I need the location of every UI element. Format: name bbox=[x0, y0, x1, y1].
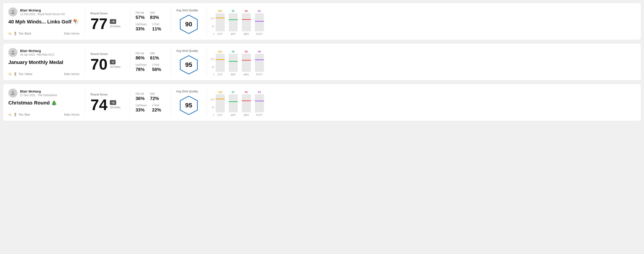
chart-col-value-3: 93 bbox=[258, 91, 261, 94]
chart-bar-2 bbox=[242, 94, 251, 112]
chart-bar-3 bbox=[255, 94, 264, 112]
one-putt-label: 1 Putt bbox=[152, 23, 161, 26]
round-card-round1[interactable]: Blair McHarg 12 Feb 2022 · Royal North D… bbox=[3, 3, 641, 40]
chart-bar-0 bbox=[216, 94, 225, 112]
user-name: Blair McHarg bbox=[20, 8, 65, 12]
stats-row-top: FW Hit 86% GIR 61% bbox=[136, 52, 165, 61]
chart-col-app: 86 APP bbox=[229, 50, 238, 76]
score-row: 70 -2 18 Holes bbox=[90, 57, 124, 72]
fw-hit-label: FW Hit bbox=[136, 11, 144, 14]
chart-col-value-2: 95 bbox=[245, 91, 248, 94]
user-info: Blair McHarg 27 Dec 2021 · The Oxfordshi… bbox=[8, 89, 80, 98]
gir-label: GIR bbox=[150, 52, 159, 55]
chart-bar-2 bbox=[242, 54, 251, 72]
user-info: Blair McHarg 29 Jan 2022 · Mill Ride GCC bbox=[8, 48, 80, 57]
stats-row-bottom: Up/Down 78% 1 Putt 56% bbox=[136, 63, 165, 72]
chart-col-value-0: 101 bbox=[218, 50, 222, 53]
score-section-round1: Round Score 77 +5 18 Holes bbox=[85, 7, 130, 35]
fw-hit-value: 57% bbox=[136, 15, 144, 20]
chart-x-label-3: PUTT bbox=[256, 114, 262, 117]
y-label-50: 50 bbox=[210, 106, 214, 109]
chart-col-value-1: 87 bbox=[232, 91, 234, 94]
chart-x-label-2: ARG bbox=[244, 114, 249, 117]
gir-label: GIR bbox=[150, 11, 159, 14]
stat-updown: Up/Down 78% bbox=[136, 63, 146, 72]
chart-x-label-0: OTT bbox=[218, 114, 223, 117]
weather-icon: ⛅ bbox=[8, 32, 12, 35]
chart-col-arg: 95 ARG bbox=[242, 91, 251, 117]
user-name: Blair McHarg bbox=[20, 49, 54, 53]
chart-col-app: 87 APP bbox=[229, 91, 238, 117]
chart-x-label-1: APP bbox=[231, 114, 236, 117]
quality-section-round3: Avg Shot Quality 95 bbox=[171, 89, 207, 117]
chart-col-value-1: 86 bbox=[232, 50, 234, 53]
gir-label: GIR bbox=[150, 92, 159, 96]
tee-label: Tee: Yellow bbox=[19, 73, 32, 76]
card-left-round3: Blair McHarg 27 Dec 2021 · The Oxfordshi… bbox=[8, 89, 85, 117]
chart-bar-1 bbox=[229, 13, 238, 31]
hexagon-value: 90 bbox=[185, 21, 192, 28]
data-source: Data: Arccos bbox=[64, 113, 80, 116]
score-badge: +2 bbox=[110, 100, 116, 105]
stats-section-round2: FW Hit 86% GIR 61% Up/Down 78% 1 Putt 56… bbox=[130, 48, 171, 76]
stat-gir: GIR 83% bbox=[150, 11, 159, 20]
user-details: Blair McHarg 27 Dec 2021 · The Oxfordshi… bbox=[20, 89, 57, 97]
chart-bar-1 bbox=[229, 54, 238, 72]
tee-label: Tee: Blue bbox=[19, 113, 30, 116]
y-label-100: 100 bbox=[210, 58, 214, 60]
card-left-round1: Blair McHarg 12 Feb 2022 · Royal North D… bbox=[8, 7, 85, 35]
chart-bar-3 bbox=[255, 54, 264, 72]
chart-col-ott: 107 OTT bbox=[216, 10, 225, 35]
score-label: Round Score bbox=[90, 12, 124, 15]
one-putt-label: 1 Putt bbox=[152, 104, 161, 107]
chart-bar-3 bbox=[255, 13, 264, 31]
chart-x-label-1: APP bbox=[231, 33, 236, 35]
card-footer: ⛅ 🏌 Tee: Black Data: Arccos bbox=[8, 32, 80, 35]
chart-x-label-1: APP bbox=[231, 73, 236, 76]
one-putt-value: 56% bbox=[152, 67, 161, 72]
chart-area: 101 OTT 86 APP 96 bbox=[216, 48, 264, 76]
fw-hit-value: 36% bbox=[136, 96, 144, 101]
weather-icon: ⛅ bbox=[8, 113, 12, 117]
chart-bar-line-1 bbox=[229, 101, 238, 102]
score-holes: 18 Holes bbox=[110, 25, 120, 28]
stats-row-top: FW Hit 57% GIR 83% bbox=[136, 11, 165, 20]
chart-col-value-1: 95 bbox=[232, 10, 234, 12]
hexagon-container: 90 bbox=[176, 14, 201, 34]
chart-x-label-2: ARG bbox=[244, 73, 249, 76]
chart-x-label-3: PUTT bbox=[256, 33, 262, 35]
hexagon-value: 95 bbox=[185, 61, 192, 68]
chart-y-labels: 100 50 0 bbox=[210, 17, 214, 35]
avatar bbox=[8, 7, 17, 16]
fw-hit-label: FW Hit bbox=[136, 92, 144, 96]
chart-col-putt: 82 PUTT bbox=[255, 10, 264, 35]
chart-section-round1: 100 50 0 107 OTT 95 APP bbox=[207, 7, 636, 35]
score-label: Round Score bbox=[90, 52, 124, 56]
round-title: January Monthly Medal bbox=[8, 59, 80, 66]
chart-y-labels: 100 50 0 bbox=[210, 58, 214, 76]
chart-col-arg: 96 ARG bbox=[242, 50, 251, 76]
person-icon bbox=[10, 91, 15, 96]
score-modifier-group: -2 18 Holes bbox=[110, 60, 120, 68]
chart-bar-1 bbox=[229, 94, 238, 112]
score-number: 74 bbox=[90, 97, 108, 112]
stat-fw-hit: FW Hit 57% bbox=[136, 11, 144, 20]
chart-bar-2 bbox=[242, 13, 251, 31]
hexagon-value: 95 bbox=[185, 102, 192, 109]
chart-bar-line-1 bbox=[229, 19, 238, 20]
one-putt-value: 22% bbox=[152, 107, 161, 113]
stats-row-bottom: Up/Down 33% 1 Putt 11% bbox=[136, 23, 165, 31]
y-label-0: 0 bbox=[210, 33, 214, 35]
round-card-round3[interactable]: Blair McHarg 27 Dec 2021 · The Oxfordshi… bbox=[3, 84, 641, 121]
stats-row-bottom: Up/Down 33% 1 Putt 22% bbox=[136, 104, 165, 113]
round-card-round2[interactable]: Blair McHarg 29 Jan 2022 · Mill Ride GCC… bbox=[3, 43, 641, 81]
chart-bar-line-2 bbox=[242, 19, 251, 20]
chart-col-ott: 101 OTT bbox=[216, 50, 225, 76]
score-number: 77 bbox=[90, 16, 108, 31]
round-title: Christmas Round 🎄 bbox=[8, 100, 80, 106]
chart-bar-line-3 bbox=[255, 21, 264, 22]
chart-col-value-0: 107 bbox=[218, 10, 222, 12]
hexagon-container: 95 bbox=[176, 55, 201, 75]
user-meta: 29 Jan 2022 · Mill Ride GCC bbox=[20, 53, 54, 56]
hexagon-container: 95 bbox=[176, 95, 201, 116]
